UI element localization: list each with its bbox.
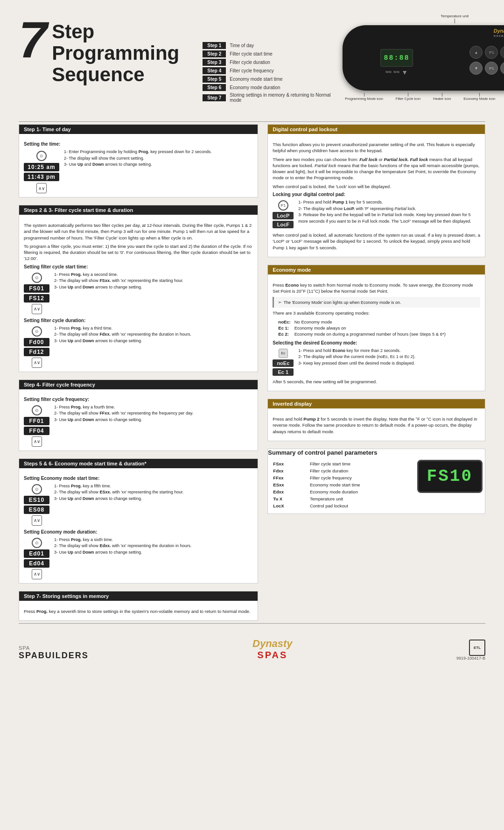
summary-row: Fdxx Filter cycle duration: [271, 468, 411, 474]
step-badge-2: Step 2: [203, 50, 226, 57]
heater-icon-label: Heater icon: [433, 93, 451, 101]
summary-row: ESxx Economy mode start time: [271, 482, 411, 488]
step-badge-3: Step 3: [203, 59, 226, 66]
mode-desc-1: Economy mode always on: [294, 325, 446, 331]
start-display2: FS12: [24, 294, 49, 302]
panel-diagram: Dynasty excalibur series 88:88 ≈≈ ≈≈ ▼: [343, 25, 504, 91]
duration-instructions: 1- Press Prog. key a third time. 2- The …: [54, 325, 191, 345]
es-display2: ES08: [24, 506, 49, 514]
steps56-duration-content: ⊙ Ed01 Ed04 ∧∨ 1- Press Prog. key a sixt…: [24, 537, 253, 579]
step-text: Step Programming Sequence: [52, 14, 179, 86]
lockout-body2: There are two modes you can choose from:…: [273, 156, 480, 181]
step4-body: Setting filter cycle frequency: ⊙ FF01 F…: [19, 393, 258, 450]
duration-displays: Fd00 Fd12: [24, 338, 49, 356]
summary-table: FSxx Filter cycle start time Fdxx Filter…: [270, 460, 412, 510]
sum-desc-3: Economy mode start time: [308, 482, 412, 488]
step4-arrows: ∧∨: [32, 436, 42, 447]
inverted-body: Press and hold Pump 2 for 5 seconds to i…: [268, 412, 485, 441]
panel-button-row-bottom: ▼ P1 Lt Ec: [469, 62, 504, 75]
dynasty-logo: Dynasty SPAS: [252, 638, 293, 661]
note-arrow-icon: ➢: [278, 299, 283, 305]
step7-body: Press Prog. key a seventh time to store …: [19, 605, 258, 620]
locking-title: Locking your digital control pad:: [273, 192, 480, 197]
prog-icon-5: ⊙: [32, 484, 42, 494]
lockout-body1: This function allows you to prevent unau…: [273, 141, 480, 154]
economy-modes-table: noEc: No Economy mode Ec 1: Economy mode…: [277, 318, 447, 338]
step1-displays: 10:25 am 11:43 pm: [24, 163, 59, 181]
inverted-header: Inverted display: [268, 399, 485, 408]
step1-instructions: 1- Enter Programming mode by holding Pro…: [64, 149, 212, 168]
sum-code-0: FSxx: [271, 461, 307, 467]
steps56-duration-instructions: 1- Press Prog. key a sixth time. 2- The …: [54, 537, 191, 556]
left-column: Step 1- Time of day Setting the time: ⊙ …: [19, 124, 258, 621]
panel-display: 88:88: [380, 49, 413, 67]
programming-mode-label: Programming Mode icon: [345, 93, 383, 101]
dynasty-text: Dynasty: [252, 638, 293, 650]
steps23-body: The system automatically performs two fi…: [19, 218, 258, 372]
step4-section: Step 4- Filter cycle frequency Setting f…: [19, 380, 258, 451]
lockout-body: This function allows you to prevent unau…: [268, 138, 485, 257]
lockout-body3: When control pad is locked, the 'Lock' i…: [273, 183, 480, 190]
summary-row: FFxx Filter cycle frequency: [271, 475, 411, 481]
unlock-text: When control pad is locked, all automati…: [273, 232, 480, 251]
step1-subtitle: Setting the time:: [24, 141, 253, 147]
steps-list: Step 1 Time of day Step 2 Filter cycle s…: [203, 42, 343, 103]
panel-area: Temperature unit | Dynasty excalibur ser…: [343, 14, 504, 101]
step7-section: Step 7- Storing settings in memory Press…: [19, 591, 258, 621]
selecting-instructions: 1- Press and hold Econo key for more tha…: [298, 348, 415, 367]
panel-labels-row: Programming Mode icon Filter Cycle icon …: [343, 93, 504, 101]
mode-desc-2: Economy mode on during a programmed numb…: [294, 331, 446, 337]
list-item: Step 5 Economy mode start time: [203, 76, 343, 83]
list-item: Step 4 Filter cycle frequency: [203, 67, 343, 74]
mode-code-1: Ec 1:: [278, 325, 293, 331]
duration-indicators: ⊙ Fd00 Fd12 ∧∨: [24, 326, 49, 368]
panel-diagram-wrapper: Dynasty excalibur series 88:88 ≈≈ ≈≈ ▼: [343, 25, 504, 101]
spa-builders-logo: SPA SPABUILDERS: [19, 645, 89, 661]
step4-content: ⊙ FF01 FF04 ∧∨ 1- Press Prog. key a four…: [24, 404, 253, 447]
etl-badge: ETL: [469, 640, 485, 656]
footer: SPA SPABUILDERS Dynasty SPAS ETL 9919-10…: [19, 633, 485, 661]
step4-displays: FF01 FF04: [24, 417, 49, 435]
panel-button-row-top: ▲ P1 P2 Pr: [469, 46, 504, 59]
panel-series: excalibur series: [494, 34, 504, 38]
economy-mode-row: Ec 2: Economy mode on during a programme…: [278, 331, 446, 337]
ed-display1: Ed01: [24, 549, 49, 558]
pump1-button-icon: P1: [485, 46, 498, 59]
light-button-icon: Lt: [500, 62, 504, 75]
duration-arrows: ∧∨: [32, 358, 42, 368]
sum-code-6: LocX: [271, 503, 307, 509]
pump1b-button-icon: P1: [485, 62, 498, 75]
footer-divider: [19, 623, 485, 624]
start-time-instructions: 1- Press Prog. key a second time. 2- The…: [54, 272, 183, 291]
steps56-dur-arrows: ∧∨: [32, 569, 42, 579]
step-badge-1: Step 1: [203, 42, 226, 49]
inverted-text: Press and hold Pump 2 for 5 seconds to i…: [273, 416, 480, 435]
step-badge-7: Step 7: [203, 94, 226, 101]
summary-row: Tu X Temperature unit: [271, 496, 411, 502]
economy-mode-label: Economy Mode icon: [463, 93, 495, 101]
sum-desc-5: Temperature unit: [308, 496, 412, 502]
economy-body: Press Econo key to switch from Normal mo…: [268, 278, 485, 391]
economy-note: ➢ The 'Economy Mode' icon lights up when…: [273, 297, 480, 308]
summary-section: Summary of control panel parameters FSxx…: [267, 449, 485, 514]
step1-header: Step 1- Time of day: [19, 125, 258, 134]
step-desc-7: Storing settings in memory & returning t…: [230, 92, 343, 103]
steps23-body1: The system automatically performs two fi…: [24, 222, 253, 241]
up-button-icon: ▲: [469, 46, 483, 59]
page: 7 Step Programming Sequence Step 1 Time …: [0, 0, 504, 830]
economy-section: Economy mode Press Econo key to switch f…: [267, 265, 485, 391]
prog-icon-1: ⊙: [36, 151, 47, 161]
sum-code-2: FFxx: [271, 475, 307, 481]
prog-icon-6: ⊙: [32, 538, 42, 548]
ec1-display: Ec 1: [273, 368, 294, 376]
step1-indicators: ⊙ 10:25 am 11:43 pm ∧∨: [24, 151, 59, 193]
step-desc-5: Economy mode start time: [230, 77, 282, 82]
locp-display: LocP: [273, 212, 294, 219]
header-section: 7 Step Programming Sequence Step 1 Time …: [19, 14, 485, 112]
footer-right: ETL 9919-100417-B: [456, 640, 485, 661]
steps56-duration-title: Setting Economy mode duration:: [24, 529, 253, 535]
step1-arrows: ∧∨: [36, 183, 47, 193]
locf-display: LocF: [273, 221, 294, 228]
steps56-body: Setting Economy mode start time: ⊙ ES10 …: [19, 472, 258, 583]
economy-after-text: After 5 seconds, the new setting will be…: [273, 379, 480, 385]
